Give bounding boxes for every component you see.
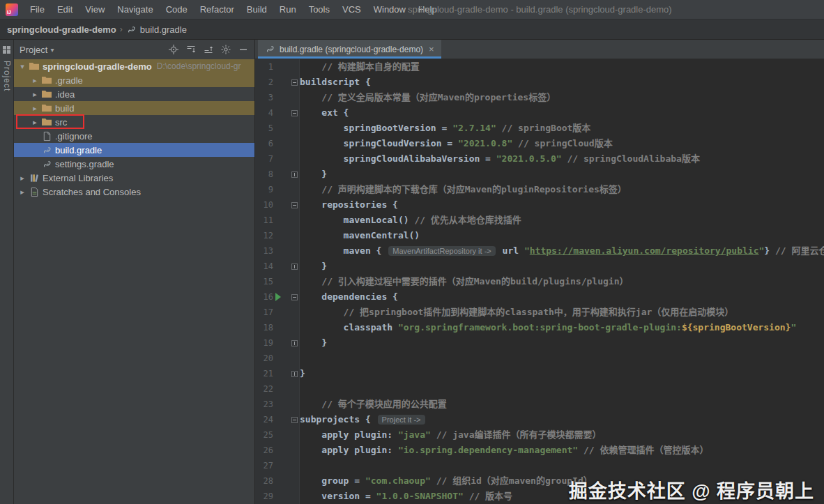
chevron-down-icon[interactable]: ▾ [17, 62, 28, 71]
tree-item-external-libraries[interactable]: ▸External Libraries [14, 171, 254, 185]
code-line[interactable]: 12 mavenCentral() [255, 228, 824, 243]
code-line[interactable]: 2buildscript { [255, 75, 824, 90]
line-number: 8 [255, 167, 273, 182]
folder-icon [40, 75, 53, 86]
fold-icon[interactable] [291, 79, 298, 86]
code-line[interactable]: 13 maven { MavenArtifactRepository it ->… [255, 243, 824, 259]
code-line[interactable]: 5 springBootVersion = "2.7.14" // spring… [255, 121, 824, 136]
menu-vcs[interactable]: VCS [336, 0, 367, 19]
code-line[interactable]: 17 // 把springboot插件加到构建脚本的classpath中，用于构… [255, 305, 824, 320]
editor-tab[interactable]: build.gradle (springcloud-gradle-demo) × [258, 40, 441, 59]
code-line[interactable]: 22 [255, 381, 824, 397]
fold-icon[interactable] [291, 110, 298, 116]
folder-icon [28, 61, 40, 72]
panel-title[interactable]: Project [20, 45, 47, 55]
collapse-all-icon[interactable] [203, 44, 214, 55]
menu-file[interactable]: File [24, 0, 51, 19]
tree-item-settings-gradle[interactable]: settings.gradle [14, 157, 254, 171]
code-line[interactable]: 8 } [255, 167, 824, 182]
close-icon[interactable]: × [429, 44, 434, 54]
menu-tools[interactable]: Tools [303, 0, 336, 19]
chevron-right-icon[interactable]: ▸ [17, 188, 28, 197]
line-number: 17 [255, 305, 273, 320]
code-line[interactable]: 3 // 定义全局版本常量（对应Maven的properties标签） [255, 90, 824, 105]
chevron-right-icon[interactable]: ▸ [29, 76, 40, 85]
code-line[interactable]: 23 // 每个子模块应用的公共配置 [255, 397, 824, 412]
code-line[interactable]: 1 // 构建脚本自身的配置 [255, 59, 824, 75]
line-number: 15 [255, 274, 273, 289]
code-line[interactable]: 15 // 引入构建过程中需要的插件（对应Maven的build/plugins… [255, 274, 824, 289]
fold-end-icon[interactable] [291, 371, 298, 377]
code-line[interactable]: 14 } [255, 259, 824, 274]
project-tool-tab[interactable]: Project [0, 40, 13, 91]
code-line[interactable]: 10 repositories { [255, 197, 824, 213]
code-line[interactable]: 26 apply plugin: "io.spring.dependency-m… [255, 443, 824, 458]
code-text: classpath "org.springframework.boot:spri… [300, 320, 796, 335]
code-line[interactable]: 25 apply plugin: "java" // java编译插件（所有子模… [255, 427, 824, 443]
gutter-icons [273, 151, 300, 167]
fold-icon[interactable] [291, 202, 298, 208]
fold-end-icon[interactable] [291, 171, 298, 178]
chevron-right-icon[interactable]: ▸ [29, 118, 40, 127]
breadcrumb-file[interactable]: build.gradle [140, 24, 187, 35]
window-title: springcloud-gradle-demo - build.gradle (… [408, 0, 672, 19]
fold-icon[interactable] [291, 294, 298, 300]
code-text: // 每个子模块应用的公共配置 [300, 397, 447, 412]
tree-item-idea[interactable]: ▸.idea [14, 87, 254, 101]
editor-content: 1 // 构建脚本自身的配置2buildscript {3 // 定义全局版本常… [255, 59, 824, 504]
editor[interactable]: 1 // 构建脚本自身的配置2buildscript {3 // 定义全局版本常… [255, 59, 824, 504]
code-line[interactable]: 19 } [255, 335, 824, 351]
code-text: // 把springboot插件加到构建脚本的classpath中，用于构建和执… [300, 305, 733, 320]
code-line[interactable]: 21} [255, 366, 824, 381]
tree-item-scratches-and-consoles[interactable]: ▸Scratches and Consoles [14, 185, 254, 199]
tree-item-label: External Libraries [43, 173, 113, 183]
menu-edit[interactable]: Edit [51, 0, 79, 19]
expand-all-icon[interactable] [185, 44, 197, 55]
gear-icon[interactable] [220, 44, 231, 55]
code-line[interactable]: 29 version = "1.0.0-SNAPSHOT" // 版本号 [255, 489, 824, 504]
code-line[interactable]: 16 dependencies { [255, 289, 824, 305]
chevron-right-icon[interactable]: ▸ [17, 174, 28, 183]
gutter-icons [273, 397, 300, 412]
tree-item-path: D:\code\springcloud-gr [157, 61, 241, 71]
code-line[interactable]: 27 [255, 458, 824, 473]
tree-item-gitignore[interactable]: .gitignore [14, 129, 254, 143]
menu-run[interactable]: Run [273, 0, 303, 19]
fold-end-icon[interactable] [291, 340, 298, 346]
code-line[interactable]: 9 // 声明构建脚本的下载仓库（对应Maven的pluginRepositor… [255, 182, 824, 197]
fold-end-icon[interactable] [291, 264, 298, 270]
breadcrumb-project[interactable]: springcloud-gradle-demo [7, 24, 116, 35]
code-text: // 构建脚本自身的配置 [300, 59, 420, 75]
code-line[interactable]: 4 ext { [255, 105, 824, 121]
fold-icon[interactable] [291, 417, 298, 423]
code-line[interactable]: 6 springCloudVersion = "2021.0.8" // spr… [255, 136, 824, 151]
tree-item-build-gradle[interactable]: build.gradle [14, 143, 254, 157]
code-line[interactable]: 7 springCloudAlibabaVersion = "2021.0.5.… [255, 151, 824, 167]
menu-refactor[interactable]: Refactor [194, 0, 241, 19]
menu-code[interactable]: Code [160, 0, 194, 19]
run-icon[interactable] [275, 293, 281, 301]
libraries-icon [28, 173, 40, 183]
hide-icon[interactable] [238, 44, 249, 55]
gutter-icons [273, 274, 300, 289]
line-number: 7 [255, 151, 273, 167]
chevron-right-icon[interactable]: ▸ [29, 90, 40, 99]
tree-item-src[interactable]: ▸src [14, 115, 254, 129]
tree-item-build[interactable]: ▸build [14, 101, 254, 115]
tree-item-gradle[interactable]: ▸.gradle [14, 73, 254, 87]
code-text: maven { MavenArtifactRepository it -> ur… [300, 243, 824, 259]
line-number: 5 [255, 121, 273, 136]
chevron-right-icon[interactable]: ▸ [29, 104, 40, 113]
locate-icon[interactable] [168, 44, 179, 55]
code-line[interactable]: 18 classpath "org.springframework.boot:s… [255, 320, 824, 335]
code-line[interactable]: 24subprojects { Project it -> [255, 412, 824, 427]
menu-view[interactable]: View [79, 0, 111, 19]
menu-window[interactable]: Window [367, 0, 412, 19]
code-line[interactable]: 11 mavenLocal() // 优先从本地仓库找插件 [255, 213, 824, 228]
code-line[interactable]: 20 [255, 351, 824, 366]
code-line[interactable]: 28 group = "com.chaoup" // 组织id（对应maven的… [255, 473, 824, 489]
menu-navigate[interactable]: Navigate [111, 0, 159, 19]
menu-build[interactable]: Build [241, 0, 273, 19]
tree-item-springcloud-gradle-demo[interactable]: ▾springcloud-gradle-demoD:\code\springcl… [14, 59, 254, 73]
chevron-down-icon[interactable]: ▾ [50, 46, 54, 54]
